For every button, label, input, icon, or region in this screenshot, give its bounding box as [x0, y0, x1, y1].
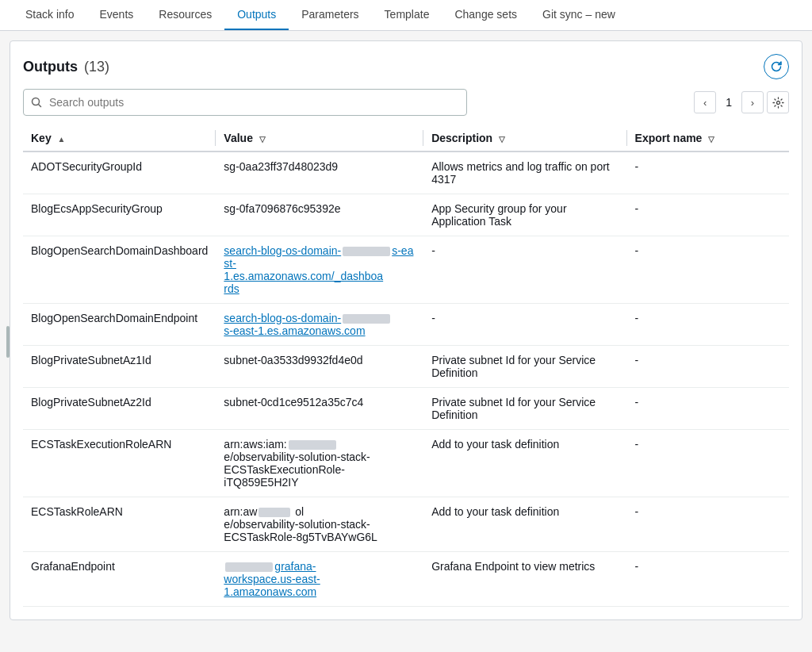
sort-value-icon: ▽: [259, 135, 266, 144]
tab-events[interactable]: Events: [86, 0, 146, 30]
sort-key-icon: ▲: [58, 135, 66, 144]
tab-stack-info[interactable]: Stack info: [13, 0, 86, 30]
table-row: BlogPrivateSubnetAz1Idsubnet-0a3533d9932…: [23, 346, 789, 388]
refresh-button[interactable]: [764, 54, 789, 79]
pagination: ‹ 1 ›: [694, 91, 789, 113]
cell-description: Grafana Endpoint to view metrics: [423, 552, 626, 607]
output-link[interactable]: search-blog-os-domain-s-east-1.es.amazon…: [224, 244, 413, 295]
cell-key: BlogOpenSearchDomainEndpoint: [23, 304, 216, 346]
output-link[interactable]: search-blog-os-domain-s-east-1.es.amazon…: [224, 312, 392, 337]
cell-description: App Security group for your Application …: [423, 194, 626, 236]
outputs-table: Key ▲ Value ▽ Description ▽ Export name …: [23, 125, 789, 607]
cell-value: search-blog-os-domain-s-east-1.es.amazon…: [216, 236, 423, 304]
search-wrap: [23, 89, 467, 116]
search-input[interactable]: [23, 89, 467, 116]
cell-description: Allows metrics and log traffic on port 4…: [423, 151, 626, 194]
cell-value: subnet-0a3533d9932fd4e0d: [216, 346, 423, 388]
cell-key: ADOTSecurityGroupId: [23, 151, 216, 194]
page-number: 1: [719, 96, 738, 109]
cell-key: BlogEcsAppSecurityGroup: [23, 194, 216, 236]
cell-key: BlogOpenSearchDomainDashboard: [23, 236, 216, 304]
table-row: BlogOpenSearchDomainEndpointsearch-blog-…: [23, 304, 789, 346]
cell-value: sg-0fa7096876c95392e: [216, 194, 423, 236]
tab-template[interactable]: Template: [372, 0, 442, 30]
search-row: ‹ 1 ›: [23, 89, 789, 116]
prev-page-button[interactable]: ‹: [694, 91, 716, 113]
cell-key: ECSTaskExecutionRoleARN: [23, 430, 216, 497]
cell-description: Add to your task definition: [423, 497, 626, 552]
cell-export-name: -: [627, 346, 789, 388]
col-header-key[interactable]: Key ▲: [23, 125, 216, 151]
cell-export-name: -: [627, 151, 789, 194]
cell-key: GrafanaEndpoint: [23, 552, 216, 607]
cell-key: ECSTaskRoleARN: [23, 497, 216, 552]
col-header-value[interactable]: Value ▽: [216, 125, 423, 151]
cell-value: grafana-workspace.us-east-1.amazonaws.co…: [216, 552, 423, 607]
svg-point-1: [776, 101, 779, 104]
tab-git-sync[interactable]: Git sync – new: [530, 0, 628, 30]
cell-value: search-blog-os-domain-s-east-1.es.amazon…: [216, 304, 423, 346]
sort-export-icon: ▽: [708, 135, 714, 144]
table-row: BlogPrivateSubnetAz2Idsubnet-0cd1ce9512a…: [23, 388, 789, 430]
outputs-panel: Outputs (13) ‹ 1 ›: [10, 40, 802, 620]
cell-description: -: [423, 304, 626, 346]
cell-export-name: -: [627, 497, 789, 552]
cell-key: BlogPrivateSubnetAz2Id: [23, 388, 216, 430]
cell-key: BlogPrivateSubnetAz1Id: [23, 346, 216, 388]
resize-handle[interactable]: [6, 326, 10, 358]
table-row: ECSTaskExecutionRoleARNarn:aws:iam:e/obs…: [23, 430, 789, 497]
cell-export-name: -: [627, 388, 789, 430]
table-settings-button[interactable]: [767, 91, 789, 113]
cell-value: sg-0aa23ff37d48023d9: [216, 151, 423, 194]
table-row: BlogOpenSearchDomainDashboardsearch-blog…: [23, 236, 789, 304]
search-icon: [31, 97, 42, 108]
cell-export-name: -: [627, 552, 789, 607]
cell-description: Private subnet Id for your Service Defin…: [423, 388, 626, 430]
tab-outputs[interactable]: Outputs: [224, 0, 289, 30]
cell-description: -: [423, 236, 626, 304]
table-row: ADOTSecurityGroupIdsg-0aa23ff37d48023d9A…: [23, 151, 789, 194]
tab-parameters[interactable]: Parameters: [289, 0, 371, 30]
col-header-description[interactable]: Description ▽: [423, 125, 626, 151]
cell-description: Add to your task definition: [423, 430, 626, 497]
cell-value: arn:aw ole/observability-solution-stack-…: [216, 497, 423, 552]
cell-export-name: -: [627, 194, 789, 236]
tab-bar: Stack info Events Resources Outputs Para…: [0, 0, 812, 31]
next-page-button[interactable]: ›: [741, 91, 764, 113]
sort-desc-icon: ▽: [499, 135, 505, 144]
tab-change-sets[interactable]: Change sets: [442, 0, 530, 30]
table-row: ECSTaskRoleARNarn:aw ole/observability-s…: [23, 497, 789, 552]
cell-value: arn:aws:iam:e/observability-solution-sta…: [216, 430, 423, 497]
cell-value: subnet-0cd1ce9512a35c7c4: [216, 388, 423, 430]
cell-export-name: -: [627, 236, 789, 304]
table-row: BlogEcsAppSecurityGroupsg-0fa7096876c953…: [23, 194, 789, 236]
table-row: GrafanaEndpointgrafana-workspace.us-east…: [23, 552, 789, 607]
col-header-export-name[interactable]: Export name ▽: [627, 125, 789, 151]
tab-resources[interactable]: Resources: [146, 0, 224, 30]
cell-description: Private subnet Id for your Service Defin…: [423, 346, 626, 388]
outputs-header: Outputs (13): [23, 54, 789, 79]
cell-export-name: -: [627, 304, 789, 346]
outputs-title: Outputs (13): [23, 59, 109, 75]
cell-export-name: -: [627, 430, 789, 497]
